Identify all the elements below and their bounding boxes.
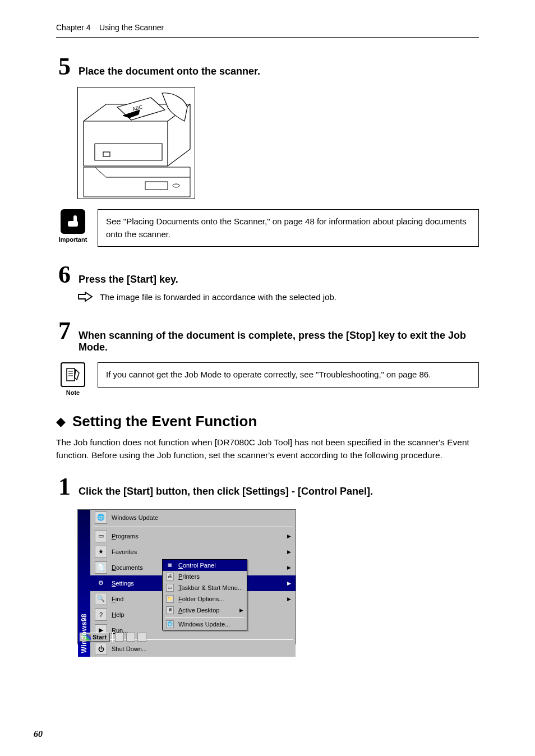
menu-label: Folder Options... — [178, 596, 224, 602]
step-6-sub-text: The image file is forwarded in accordanc… — [100, 292, 336, 302]
step-number: 5 — [56, 54, 73, 79]
menu-label: Shut Down... — [112, 646, 147, 652]
important-callout: Important See "Placing Documents onto th… — [56, 209, 479, 247]
menu-windows-update[interactable]: 🌐 Windows Update — [90, 510, 296, 525]
submenu-arrow-icon: ▶ — [287, 533, 291, 539]
step-title: When scanning of the document is complet… — [79, 325, 479, 353]
submenu-control-panel[interactable]: ▦ Control Panel — [163, 560, 247, 571]
note-callout: Note If you cannot get the Job Mode to o… — [56, 362, 479, 396]
submenu-active-desktop[interactable]: 🖥 Active Desktop ▶ — [163, 605, 247, 616]
menu-label: Help — [112, 611, 124, 618]
submenu-arrow-icon: ▶ — [239, 607, 243, 613]
menu-separator — [165, 617, 245, 617]
menu-label: Documents — [112, 564, 143, 571]
step-title: Place the document onto the scanner. — [79, 61, 479, 77]
important-label: Important — [59, 236, 87, 243]
menu-programs[interactable]: ▭ Programs ▶ — [90, 528, 296, 544]
scanner-illustration: ABC — [77, 87, 195, 199]
submenu-arrow-icon: ▶ — [287, 580, 291, 586]
step-number: 1 — [56, 474, 73, 499]
settings-submenu: ▦ Control Panel 🖨 Printers ▭ Taskbar & S… — [162, 559, 247, 630]
menu-label: Programs — [112, 533, 139, 540]
section-heading-row: ◆ Setting the Event Function — [56, 413, 479, 430]
menu-separator — [93, 527, 293, 527]
start-menu-screenshot: Windows98 🌐 Windows Update ▭ Programs ▶ … — [77, 509, 296, 644]
documents-icon: 📄 — [95, 561, 107, 574]
start-button-label: Start — [93, 634, 107, 640]
menu-shutdown[interactable]: ⏻ Shut Down... — [90, 641, 296, 657]
submenu-folder-options[interactable]: 📁 Folder Options... — [163, 593, 247, 605]
chapter-label: Chapter 4 Using the Scanner — [56, 23, 164, 32]
quicklaunch-icon[interactable] — [126, 633, 135, 642]
windows-stripe-text: Windows98 — [80, 614, 88, 653]
menu-label: Taskbar & Start Menu... — [178, 584, 243, 591]
menu-label: Find — [112, 596, 123, 602]
menu-label: Active Desktop — [178, 607, 219, 614]
quicklaunch-icon[interactable] — [137, 633, 146, 642]
submenu-arrow-icon: ▶ — [287, 596, 291, 602]
settings-icon: ⚙ — [95, 577, 107, 589]
page-number: 60 — [34, 729, 43, 739]
quicklaunch-icon[interactable] — [115, 633, 124, 642]
note-label: Note — [66, 389, 80, 396]
menu-label: Windows Update... — [178, 621, 230, 628]
memo-icon — [64, 366, 81, 383]
chapter-title: Using the Scanner — [99, 23, 164, 32]
taskbar-separator — [112, 632, 113, 642]
submenu-arrow-icon: ▶ — [287, 565, 291, 570]
hand-point-icon — [64, 213, 81, 230]
section-heading: Setting the Event Function — [72, 413, 257, 430]
note-icon-wrap: Note — [56, 362, 90, 396]
favorites-icon: ★ — [95, 546, 107, 558]
step-number: 7 — [56, 319, 73, 343]
menu-label: Favorites — [112, 548, 137, 555]
chapter-number: Chapter 4 — [56, 23, 90, 32]
note-icon — [61, 362, 85, 387]
folder-icon: 📁 — [166, 595, 174, 603]
scanner-drawing-icon: ABC — [78, 87, 196, 200]
globe-icon: 🌐 — [166, 620, 174, 628]
desktop-icon: 🖥 — [166, 606, 174, 614]
menu-label: Control Panel — [178, 562, 216, 569]
help-icon: ? — [95, 609, 107, 621]
svg-rect-0 — [103, 152, 110, 156]
globe-icon: 🌐 — [95, 511, 107, 524]
section-body: The Job function does not function when … — [56, 436, 479, 462]
printers-icon: 🖨 — [166, 573, 174, 580]
step-title: Press the [Start] key. — [79, 269, 479, 285]
step-7: 7 When scanning of the document is compl… — [56, 319, 479, 353]
submenu-windows-update[interactable]: 🌐 Windows Update... — [163, 619, 247, 630]
step-title: Click the [Start] button, then click [Se… — [79, 481, 479, 497]
svg-rect-7 — [67, 368, 75, 381]
important-icon-wrap: Important — [56, 209, 90, 243]
submenu-printers[interactable]: 🖨 Printers — [163, 571, 247, 582]
step-number: 6 — [56, 262, 73, 287]
result-arrow-icon — [77, 292, 93, 304]
find-icon: 🔍 — [95, 593, 107, 605]
diamond-bullet-icon: ◆ — [56, 414, 66, 429]
important-icon — [61, 209, 85, 234]
menu-label: Windows Update — [112, 514, 158, 521]
shutdown-icon: ⏻ — [95, 643, 107, 655]
menu-label: Printers — [178, 573, 200, 580]
menu-favorites[interactable]: ★ Favorites ▶ — [90, 544, 296, 560]
menu-label: Settings — [112, 580, 134, 587]
svg-rect-6 — [73, 215, 77, 223]
svg-point-3 — [173, 184, 179, 187]
note-text: If you cannot get the Job Mode to operat… — [98, 362, 479, 388]
step-1: 1 Click the [Start] button, then click [… — [56, 474, 479, 499]
chapter-header: Chapter 4 Using the Scanner — [56, 22, 479, 38]
important-text: See "Placing Documents onto the Scanner,… — [98, 209, 479, 247]
control-panel-icon: ▦ — [166, 561, 174, 569]
programs-icon: ▭ — [95, 530, 107, 542]
taskbar-icon: ▭ — [166, 584, 174, 592]
submenu-arrow-icon: ▶ — [287, 549, 291, 555]
step-6: 6 Press the [Start] key. — [56, 262, 479, 287]
step-6-sub: The image file is forwarded in accordanc… — [77, 292, 479, 304]
svg-rect-4 — [145, 182, 168, 190]
submenu-taskbar[interactable]: ▭ Taskbar & Start Menu... — [163, 582, 247, 593]
step-5: 5 Place the document onto the scanner. — [56, 54, 479, 79]
